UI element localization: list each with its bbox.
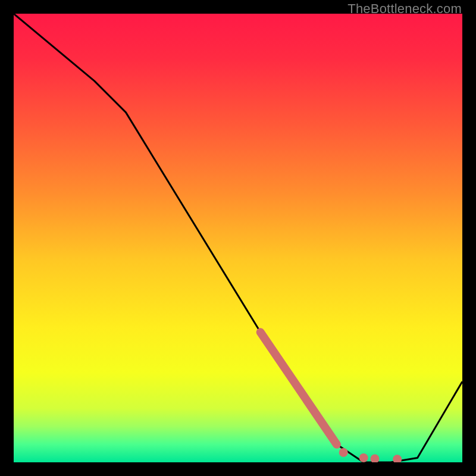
chart-svg — [14, 14, 462, 462]
dot-2 — [359, 453, 368, 462]
chart-plot-area — [14, 14, 462, 462]
watermark-text: TheBottleneck.com — [347, 1, 462, 17]
gradient-background — [14, 14, 462, 462]
dot-1 — [339, 448, 348, 457]
